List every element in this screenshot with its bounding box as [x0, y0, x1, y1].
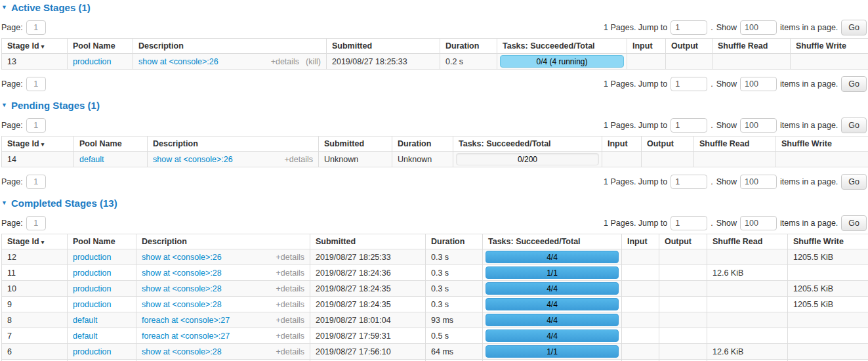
details-toggle[interactable]: +details: [276, 268, 304, 278]
details-toggle[interactable]: +details: [276, 316, 304, 325]
col-header-duration[interactable]: Duration: [392, 137, 453, 152]
details-toggle[interactable]: +details: [276, 253, 304, 262]
page-number-input[interactable]: [26, 118, 46, 133]
col-header-shuffle-write[interactable]: Shuffle Write: [791, 39, 868, 54]
details-toggle[interactable]: +details: [276, 284, 304, 293]
col-header-tasks[interactable]: Tasks: Succeeded/Total: [453, 137, 602, 152]
col-header-submitted[interactable]: Submitted: [310, 234, 426, 249]
description-link[interactable]: foreach at <console>:27: [142, 331, 230, 341]
pagination-bar: Page: 1 Pages. Jump to . Show items in a…: [1, 174, 867, 190]
col-header-duration[interactable]: Duration: [426, 234, 483, 249]
col-header-shuffle-write[interactable]: Shuffle Write: [788, 234, 868, 249]
submitted-value: 2019/08/27 18:25:33: [332, 57, 407, 66]
details-toggle[interactable]: +details: [276, 347, 304, 356]
col-header-pool-name[interactable]: Pool Name: [68, 39, 133, 54]
col-header-input[interactable]: Input: [622, 234, 659, 249]
col-header-output[interactable]: Output: [642, 137, 694, 152]
col-header-submitted[interactable]: Submitted: [327, 39, 440, 54]
stage-row: 8 default +details foreach at <console>:…: [2, 312, 868, 328]
description-link[interactable]: show at <console>:28: [142, 347, 222, 356]
section-title-active-stages[interactable]: ▼ Active Stages (1): [1, 2, 867, 13]
col-header-stage-id[interactable]: Stage Id▾: [2, 137, 74, 152]
go-button[interactable]: Go: [841, 215, 867, 231]
page-number-input[interactable]: [26, 175, 46, 189]
col-header-input[interactable]: Input: [627, 39, 666, 54]
submitted-cell: 2019/08/27 18:24:35: [310, 297, 426, 312]
description-link[interactable]: show at <console>:26: [153, 155, 233, 164]
input-cell: [622, 312, 659, 328]
pool-name-link[interactable]: production: [73, 284, 111, 293]
show-items-input[interactable]: [740, 118, 777, 133]
pool-name-link[interactable]: default: [73, 316, 98, 325]
output-cell: [666, 54, 713, 70]
page-number-input[interactable]: [26, 20, 46, 35]
task-progress-label: 4/4: [486, 283, 618, 294]
col-header-shuffle-read[interactable]: Shuffle Read: [694, 137, 776, 152]
description-link[interactable]: foreach at <console>:27: [142, 316, 230, 325]
stage-id-cell: 7: [2, 328, 68, 344]
shuffle-write-cell: [788, 344, 868, 360]
description-link[interactable]: show at <console>:28: [142, 268, 222, 278]
col-header-duration[interactable]: Duration: [440, 39, 497, 54]
section-title-pending-stages[interactable]: ▼ Pending Stages (1): [1, 100, 867, 111]
pool-name-cell: production: [68, 249, 136, 265]
stage-id-cell: 11: [2, 265, 68, 281]
pool-name-link[interactable]: production: [73, 268, 111, 278]
pool-name-link[interactable]: default: [79, 155, 104, 164]
col-header-stage-id[interactable]: Stage Id▾: [2, 39, 68, 54]
pool-name-link[interactable]: default: [73, 331, 98, 341]
section-title-completed-stages[interactable]: ▼ Completed Stages (13): [1, 198, 867, 209]
pool-name-cell: production: [68, 281, 136, 297]
col-header-pool-name[interactable]: Pool Name: [68, 234, 136, 249]
jump-to-input[interactable]: [671, 216, 707, 230]
description-link[interactable]: show at <console>:26: [142, 253, 222, 262]
show-items-input[interactable]: [740, 175, 777, 189]
col-header-description[interactable]: Description: [148, 137, 319, 152]
description-link[interactable]: show at <console>:28: [142, 300, 222, 309]
go-button[interactable]: Go: [841, 174, 867, 190]
page-number-input[interactable]: [26, 77, 46, 91]
go-button[interactable]: Go: [841, 117, 867, 133]
col-header-shuffle-write[interactable]: Shuffle Write: [776, 137, 868, 152]
col-header-shuffle-read[interactable]: Shuffle Read: [713, 39, 791, 54]
go-button[interactable]: Go: [841, 20, 867, 35]
col-header-description[interactable]: Description: [133, 39, 327, 54]
jump-to-input[interactable]: [671, 118, 707, 133]
details-toggle[interactable]: +details: [285, 155, 313, 164]
details-toggle[interactable]: +details: [271, 57, 299, 66]
pool-name-link[interactable]: production: [73, 347, 111, 356]
col-header-pool-name[interactable]: Pool Name: [74, 137, 148, 152]
col-header-tasks[interactable]: Tasks: Succeeded/Total: [497, 39, 627, 54]
details-toggle[interactable]: +details: [276, 331, 304, 341]
shuffle-read-cell: [707, 328, 788, 344]
show-items-input[interactable]: [740, 20, 777, 35]
page-number-input[interactable]: [26, 216, 46, 230]
details-toggle[interactable]: +details: [276, 300, 304, 309]
jump-to-input[interactable]: [671, 20, 707, 35]
submitted-value: 2019/08/27 18:24:35: [316, 284, 391, 293]
description-link[interactable]: show at <console>:26: [138, 57, 218, 66]
col-header-input[interactable]: Input: [602, 137, 642, 152]
col-header-stage-id[interactable]: Stage Id▾: [2, 234, 68, 249]
col-header-shuffle-read[interactable]: Shuffle Read: [707, 234, 788, 249]
pool-name-link[interactable]: production: [73, 253, 111, 262]
shuffle-write-cell: 1205.5 KiB: [788, 297, 868, 312]
jump-to-input[interactable]: [671, 77, 707, 91]
col-header-output[interactable]: Output: [659, 234, 707, 249]
col-header-description[interactable]: Description: [136, 234, 310, 249]
show-items-input[interactable]: [740, 216, 777, 230]
col-header-output[interactable]: Output: [666, 39, 713, 54]
show-items-input[interactable]: [740, 77, 777, 91]
col-header-submitted[interactable]: Submitted: [319, 137, 392, 152]
duration-cell: 0.3 s: [426, 281, 483, 297]
kill-link[interactable]: (kill): [306, 57, 321, 66]
pool-name-link[interactable]: production: [73, 300, 111, 309]
go-button[interactable]: Go: [841, 76, 867, 92]
submitted-value: 2019/08/27 18:25:33: [316, 253, 391, 262]
col-header-tasks[interactable]: Tasks: Succeeded/Total: [483, 234, 622, 249]
description-link[interactable]: show at <console>:28: [142, 284, 222, 293]
jump-to-input[interactable]: [671, 175, 707, 189]
pool-name-link[interactable]: production: [73, 57, 111, 66]
shuffle-write-cell: 1205.5 KiB: [788, 249, 868, 265]
pagination-bar: Page: 1 Pages. Jump to . Show items in a…: [1, 20, 867, 35]
